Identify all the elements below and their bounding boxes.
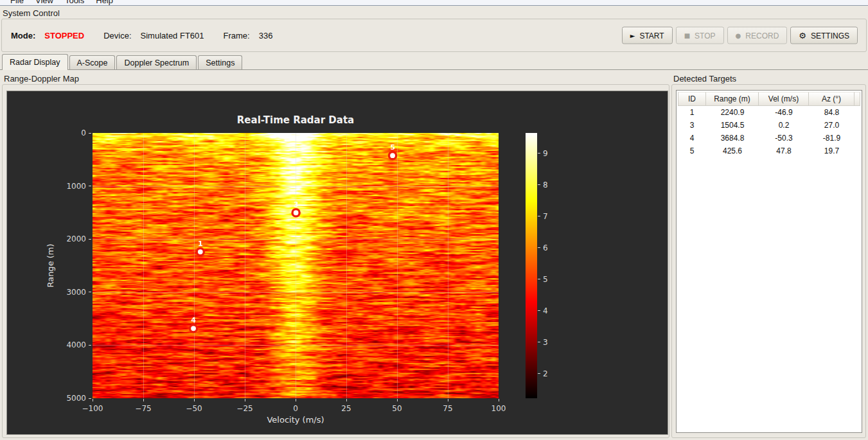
- x-tick-mark: [499, 399, 499, 401]
- frame-field: Frame:336: [224, 31, 273, 40]
- x-tick-label: −100: [73, 403, 112, 414]
- colorbar-tick-mark: [538, 247, 540, 248]
- x-tick-mark: [296, 399, 296, 401]
- y-tick-mark: [89, 239, 91, 240]
- table-cell: 1504.5: [706, 119, 759, 132]
- colorbar-tick-label: 2: [543, 369, 562, 379]
- table-cell: 3: [678, 119, 706, 132]
- x-tick-label: −25: [226, 403, 264, 414]
- y-axis-label: Range (m): [46, 202, 57, 330]
- system-control-frame: Mode:STOPPEDDevice:Simulated FT601Frame:…: [1, 19, 867, 52]
- colorbar-tick-label: 3: [543, 337, 562, 348]
- settings-button[interactable]: ⚙SETTINGS: [790, 27, 858, 44]
- menu-item-file[interactable]: File: [4, 0, 30, 5]
- plot-title: Real-Time Radar Data: [93, 114, 499, 126]
- table-cell: -81.9: [809, 132, 855, 145]
- y-tick-mark: [89, 292, 91, 292]
- colorbar-tick-label: 5: [543, 274, 562, 285]
- tab-doppler-spectrum[interactable]: Doppler Spectrum: [116, 55, 197, 69]
- colorbar-tick-mark: [538, 279, 540, 279]
- x-tick-mark: [93, 399, 93, 401]
- control-buttons: ►START■STOP●RECORD⚙SETTINGS: [622, 27, 858, 44]
- x-tick-mark: [346, 399, 347, 401]
- colorbar: [526, 133, 537, 398]
- x-tick-label: 100: [479, 403, 518, 414]
- column-header-id[interactable]: ID: [678, 92, 706, 106]
- colorbar-tick-label: 6: [543, 243, 562, 253]
- y-tick-mark: [89, 186, 91, 186]
- button-label: STOP: [695, 31, 715, 40]
- x-tick-label: 75: [429, 403, 467, 414]
- menu-item-help[interactable]: Help: [90, 0, 119, 5]
- table-cell: 5: [678, 145, 706, 157]
- status-fields: Mode:STOPPEDDevice:Simulated FT601Frame:…: [11, 19, 272, 51]
- tab-a-scope[interactable]: A-Scope: [69, 55, 116, 69]
- table-cell: 1: [678, 106, 706, 119]
- table-row[interactable]: 12240.9-46.984.8: [678, 106, 860, 119]
- radar-plot-panel: Real-Time Radar Data Velocity (m/s) Rang…: [6, 91, 668, 435]
- stop-icon: ■: [684, 32, 690, 39]
- y-tick-label: 2000: [48, 234, 86, 244]
- button-label: RECORD: [745, 31, 779, 40]
- x-tick-label: −75: [124, 403, 163, 414]
- x-tick-label: −50: [175, 403, 213, 414]
- column-header-az[interactable]: Az (°): [809, 92, 855, 106]
- start-button[interactable]: ►START: [622, 27, 673, 44]
- stop-button: ■STOP: [676, 27, 724, 44]
- colorbar-tick-mark: [538, 184, 540, 185]
- y-tick-label: 3000: [48, 287, 86, 297]
- detected-targets-title: Detected Targets: [673, 74, 736, 84]
- colorbar-tick-label: 4: [543, 306, 562, 316]
- system-control-group: System Control Mode:STOPPEDDevice:Simula…: [0, 6, 868, 53]
- table-row[interactable]: 43684.8-50.3-81.9: [678, 132, 860, 145]
- range-doppler-heatmap[interactable]: [93, 133, 499, 398]
- column-header-filler: [855, 92, 860, 106]
- y-tick-mark: [89, 133, 91, 134]
- mode-label: Mode:: [11, 31, 35, 40]
- y-tick-label: 0: [48, 128, 86, 138]
- device-field: Device:Simulated FT601: [103, 31, 204, 40]
- table-cell: 3684.8: [706, 132, 759, 145]
- record-button: ●RECORD: [727, 27, 788, 44]
- table-cell: 425.6: [706, 145, 759, 157]
- x-tick-label: 0: [276, 403, 315, 414]
- column-header-range[interactable]: Range (m): [706, 92, 759, 106]
- table-cell: 27.0: [809, 119, 855, 132]
- colorbar-tick-mark: [538, 342, 540, 342]
- y-tick-label: 1000: [48, 181, 86, 191]
- y-tick-mark: [89, 398, 91, 399]
- tab-bar: Radar DisplayA-ScopeDoppler SpectrumSett…: [0, 54, 868, 69]
- record-icon: ●: [736, 32, 741, 39]
- table-cell: 84.8: [809, 106, 855, 119]
- targets-table-header: IDRange (m)Vel (m/s)Az (°): [678, 92, 860, 106]
- x-tick-mark: [245, 399, 245, 401]
- y-tick-mark: [89, 345, 91, 346]
- table-row[interactable]: 5425.647.819.7: [678, 145, 860, 157]
- x-tick-label: 25: [327, 403, 366, 414]
- table-cell: -46.9: [759, 106, 809, 119]
- x-tick-mark: [143, 399, 144, 401]
- table-cell: 47.8: [759, 145, 809, 157]
- tab-radar-display[interactable]: Radar Display: [2, 54, 68, 70]
- colorbar-tick-label: 9: [543, 148, 562, 159]
- x-tick-label: 50: [378, 403, 416, 414]
- column-header-vel[interactable]: Vel (m/s): [759, 92, 809, 106]
- menu-item-view[interactable]: View: [30, 0, 59, 5]
- colorbar-tick-mark: [538, 216, 540, 216]
- gear-icon: ⚙: [799, 31, 806, 40]
- table-row[interactable]: 31504.50.227.0: [678, 119, 860, 132]
- menu-item-tools[interactable]: Tools: [59, 0, 90, 5]
- y-tick-label: 5000: [48, 393, 86, 403]
- app-window: FileViewToolsHelp System Control Mode:ST…: [0, 0, 868, 440]
- frame-label: Frame:: [224, 31, 250, 40]
- table-cell: 0.2: [759, 119, 809, 132]
- colorbar-tick-mark: [538, 373, 540, 374]
- device-label: Device:: [103, 31, 131, 40]
- colorbar-tick-label: 7: [543, 211, 562, 222]
- colorbar-tick-mark: [538, 153, 540, 154]
- device-value: Simulated FT601: [141, 31, 204, 40]
- table-cell: 2240.9: [706, 106, 759, 119]
- targets-table-body: 12240.9-46.984.831504.50.227.043684.8-50…: [678, 106, 860, 157]
- tab-settings[interactable]: Settings: [198, 55, 242, 69]
- targets-table: IDRange (m)Vel (m/s)Az (°) 12240.9-46.98…: [676, 90, 862, 433]
